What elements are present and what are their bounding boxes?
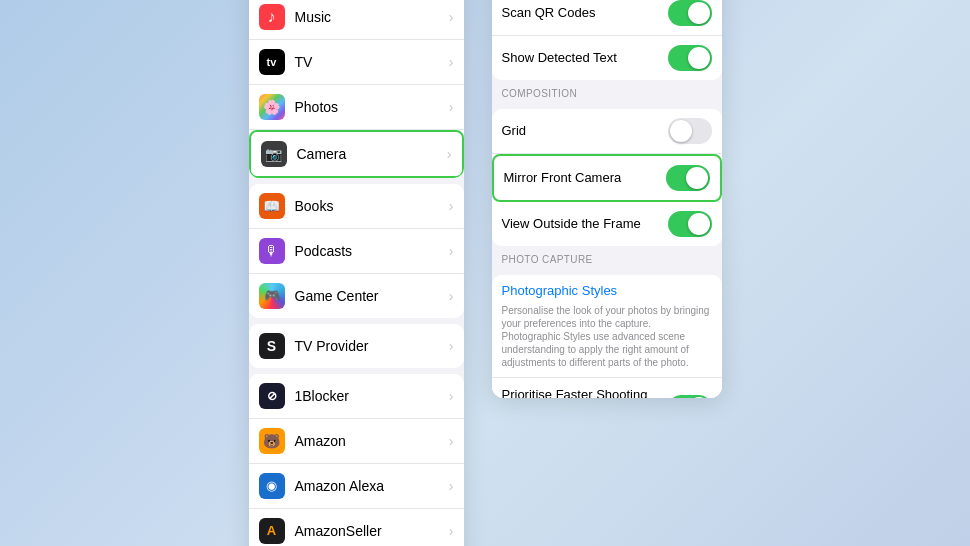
camera-item-prioritise[interactable]: Prioritise Faster Shooting Intelligently… — [492, 378, 722, 398]
settings-item-amazon[interactable]: 🐻 Amazon › — [249, 419, 464, 464]
camera-section-composition: Grid Mirror Front Camera V — [492, 109, 722, 246]
camera-item-view-outside[interactable]: View Outside the Frame — [492, 202, 722, 246]
tvprovider-chevron: › — [449, 338, 454, 354]
show-text-left: Show Detected Text — [502, 50, 668, 65]
tv-icon: tv — [259, 49, 285, 75]
settings-item-podcasts[interactable]: 🎙 Podcasts › — [249, 229, 464, 274]
settings-item-books[interactable]: 📖 Books › — [249, 184, 464, 229]
amazonseller-chevron: › — [449, 523, 454, 539]
amazonseller-icon: A — [259, 518, 285, 544]
amazon-chevron: › — [449, 433, 454, 449]
mirror-front-knob — [686, 167, 708, 189]
camera-panel: ‹ Settings Camera Use Volume Up for Burs… — [492, 0, 722, 398]
photo-styles-desc: Personalise the look of your photos by b… — [502, 300, 712, 369]
music-chevron: › — [449, 9, 454, 25]
gamecenter-label: Game Center — [295, 288, 449, 304]
settings-item-gamecenter[interactable]: 🎮 Game Center › — [249, 274, 464, 318]
camera-item-scan-qr[interactable]: Scan QR Codes — [492, 0, 722, 36]
books-label: Books — [295, 198, 449, 214]
settings-item-tvprovider[interactable]: S TV Provider › — [249, 324, 464, 368]
mirror-front-toggle[interactable] — [666, 165, 710, 191]
prioritise-knob — [688, 397, 710, 398]
camera-section-top: Use Volume Up for Burst Scan QR Codes — [492, 0, 722, 80]
amazon-label: Amazon — [295, 433, 449, 449]
view-outside-label: View Outside the Frame — [502, 216, 668, 231]
tv-label: TV — [295, 54, 449, 70]
photos-icon: 🌸 — [259, 94, 285, 120]
1blocker-label: 1Blocker — [295, 388, 449, 404]
settings-group-main: ❤️ Health › ♪ Music › tv TV › 🌸 Photos ›… — [249, 0, 464, 178]
photos-label: Photos — [295, 99, 449, 115]
mirror-front-label: Mirror Front Camera — [504, 170, 666, 185]
settings-group-provider: S TV Provider › — [249, 324, 464, 368]
photo-styles-link[interactable]: Photographic Styles — [502, 283, 618, 298]
camera-item-photo-styles[interactable]: Photographic Styles Personalise the look… — [492, 275, 722, 378]
prioritise-label: Prioritise Faster Shooting — [502, 387, 668, 398]
camera-content: Use Volume Up for Burst Scan QR Codes — [492, 0, 722, 398]
1blocker-chevron: › — [449, 388, 454, 404]
music-label: Music — [295, 9, 449, 25]
settings-group-apps: 📖 Books › 🎙 Podcasts › 🎮 Game Center › — [249, 184, 464, 318]
scan-qr-toggle[interactable] — [668, 0, 712, 26]
1blocker-icon: ⊘ — [259, 383, 285, 409]
scan-qr-left: Scan QR Codes — [502, 5, 668, 20]
scan-qr-label: Scan QR Codes — [502, 5, 668, 20]
grid-label: Grid — [502, 123, 668, 138]
settings-item-amazonseller[interactable]: A AmazonSeller › — [249, 509, 464, 547]
camera-item-mirror-front[interactable]: Mirror Front Camera — [492, 154, 722, 202]
gamecenter-icon: 🎮 — [259, 283, 285, 309]
amazonalexa-icon: ◉ — [259, 473, 285, 499]
settings-group-thirdparty: ⊘ 1Blocker › 🐻 Amazon › ◉ Amazon Alexa ›… — [249, 374, 464, 547]
photo-capture-section-label: PHOTO CAPTURE — [492, 246, 722, 269]
grid-knob — [670, 120, 692, 142]
tvprovider-icon: S — [259, 333, 285, 359]
show-text-label: Show Detected Text — [502, 50, 668, 65]
mirror-front-left: Mirror Front Camera — [504, 170, 666, 185]
camera-chevron: › — [447, 146, 452, 162]
books-icon: 📖 — [259, 193, 285, 219]
settings-panel: Settings ❤️ Health › ♪ Music › tv TV › 🌸… — [249, 0, 464, 546]
amazonalexa-label: Amazon Alexa — [295, 478, 449, 494]
show-text-toggle[interactable] — [668, 45, 712, 71]
prioritise-toggle[interactable] — [668, 395, 712, 398]
camera-label: Camera — [297, 146, 447, 162]
settings-item-photos[interactable]: 🌸 Photos › — [249, 85, 464, 130]
tv-chevron: › — [449, 54, 454, 70]
amazonalexa-chevron: › — [449, 478, 454, 494]
gamecenter-chevron: › — [449, 288, 454, 304]
amazonseller-label: AmazonSeller — [295, 523, 449, 539]
camera-icon: 📷 — [261, 141, 287, 167]
camera-item-grid[interactable]: Grid — [492, 109, 722, 154]
view-outside-toggle[interactable] — [668, 211, 712, 237]
screens-container: Settings ❤️ Health › ♪ Music › tv TV › 🌸… — [249, 0, 722, 546]
podcasts-label: Podcasts — [295, 243, 449, 259]
scan-qr-knob — [688, 2, 710, 24]
settings-item-amazonalexa[interactable]: ◉ Amazon Alexa › — [249, 464, 464, 509]
camera-item-show-text[interactable]: Show Detected Text — [492, 36, 722, 80]
podcasts-icon: 🎙 — [259, 238, 285, 264]
settings-item-camera[interactable]: 📷 Camera › — [249, 130, 464, 178]
podcasts-chevron: › — [449, 243, 454, 259]
composition-section-label: COMPOSITION — [492, 80, 722, 103]
amazon-icon: 🐻 — [259, 428, 285, 454]
view-outside-knob — [688, 213, 710, 235]
settings-item-1blocker[interactable]: ⊘ 1Blocker › — [249, 374, 464, 419]
photos-chevron: › — [449, 99, 454, 115]
grid-left: Grid — [502, 123, 668, 138]
view-outside-left: View Outside the Frame — [502, 216, 668, 231]
prioritise-left: Prioritise Faster Shooting Intelligently… — [502, 387, 668, 398]
books-chevron: › — [449, 198, 454, 214]
music-icon: ♪ — [259, 4, 285, 30]
settings-item-music[interactable]: ♪ Music › — [249, 0, 464, 40]
grid-toggle[interactable] — [668, 118, 712, 144]
camera-section-photo: Photographic Styles Personalise the look… — [492, 275, 722, 398]
tvprovider-label: TV Provider — [295, 338, 449, 354]
settings-item-tv[interactable]: tv TV › — [249, 40, 464, 85]
show-text-knob — [688, 47, 710, 69]
